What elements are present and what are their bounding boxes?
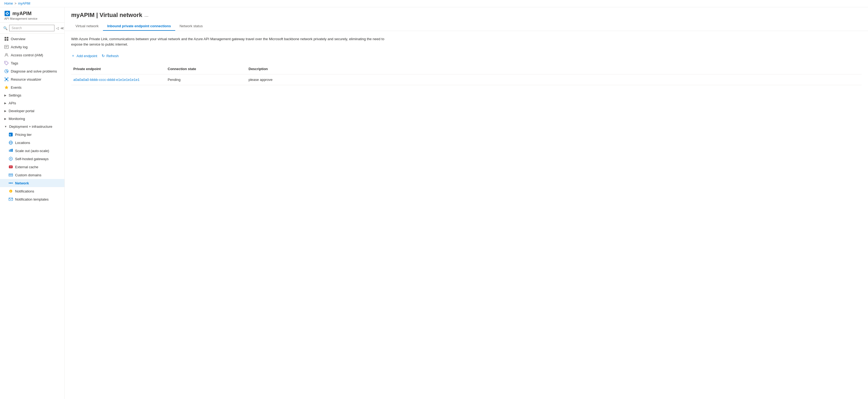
svg-point-41 [10, 183, 11, 184]
custom-domains-icon [9, 173, 13, 177]
svg-rect-32 [9, 150, 10, 152]
breadcrumb-home[interactable]: Home [4, 2, 13, 5]
access-control-icon [4, 53, 9, 57]
sidebar-item-custom-domains[interactable]: Custom domains [0, 171, 64, 179]
sidebar-item-locations[interactable]: Locations [0, 139, 64, 147]
search-icon: 🔍 [3, 26, 7, 30]
content-header: myAPIM | Virtual network ... Virtual net… [65, 7, 868, 31]
sidebar-item-notifications[interactable]: Notifications [0, 187, 64, 195]
apis-chevron-icon: ▶ [4, 102, 6, 104]
sidebar-item-network[interactable]: Network [0, 179, 64, 187]
svg-text:$: $ [9, 133, 11, 136]
endpoint-link[interactable]: a0a0a0a0-bbbb-cccc-dddd-e1e1e1e1e1e1 [73, 78, 140, 82]
sidebar-item-apis[interactable]: ▶ APIs [0, 99, 64, 107]
sidebar-item-diagnose[interactable]: Diagnose and solve problems [0, 67, 64, 75]
resource-visualizer-icon [4, 77, 9, 82]
tab-virtual-network[interactable]: Virtual network [71, 22, 103, 31]
sidebar-item-label: Developer portal [9, 109, 34, 113]
pricing-tier-icon: $ [9, 132, 13, 137]
svg-rect-10 [7, 39, 8, 41]
sidebar-item-label: Monitoring [9, 117, 25, 121]
svg-point-15 [5, 62, 6, 63]
sidebar-item-activity-log[interactable]: Activity log [0, 43, 64, 51]
cell-connection-state: Pending [165, 76, 246, 83]
service-name: myAPIM [12, 11, 32, 17]
sidebar-item-developer-portal[interactable]: ▶ Developer portal [0, 107, 64, 115]
sidebar-item-label: Network [15, 181, 29, 185]
sidebar-item-label: Overview [11, 37, 25, 41]
svg-line-22 [6, 79, 6, 79]
scale-out-icon [9, 149, 13, 153]
svg-rect-34 [11, 149, 13, 152]
collapse-button[interactable]: ◁ [56, 26, 59, 30]
sidebar-item-overview[interactable]: Overview [0, 35, 64, 43]
sidebar-item-label: Events [11, 86, 22, 90]
breadcrumb: Home > myAPIM [0, 0, 868, 7]
svg-line-23 [7, 79, 7, 79]
sidebar-item-events[interactable]: Events [0, 83, 64, 91]
sidebar-item-label: Self-hosted gateways [15, 157, 49, 161]
cell-description: please approve [246, 76, 862, 83]
svg-rect-33 [10, 149, 11, 152]
network-icon [9, 181, 13, 185]
header-connection-state: Connection state [165, 66, 246, 72]
sidebar-item-label: Tags [11, 61, 18, 65]
svg-point-19 [7, 78, 8, 79]
svg-point-20 [5, 80, 6, 81]
svg-rect-8 [7, 37, 8, 38]
sidebar-item-scale-out[interactable]: Scale out (auto-scale) [0, 147, 64, 155]
page-description: With Azure Private Link, communications … [71, 36, 395, 47]
sidebar: myAPIM API Management service 🔍 ◁ ≪ Over… [0, 7, 65, 399]
main-content: myAPIM | Virtual network ... Virtual net… [65, 7, 868, 399]
sidebar-item-monitoring[interactable]: ▶ Monitoring [0, 115, 64, 123]
page-title: myAPIM | Virtual network ... [71, 11, 862, 19]
sidebar-item-label: Custom domains [15, 173, 41, 177]
sidebar-item-tags[interactable]: Tags [0, 59, 64, 67]
sidebar-item-access-control[interactable]: Access control (IAM) [0, 51, 64, 59]
breadcrumb-current[interactable]: myAPIM [18, 2, 30, 5]
svg-rect-7 [5, 37, 6, 38]
sidebar-item-label: Settings [9, 93, 21, 97]
deployment-chevron-icon: ▼ [4, 125, 7, 128]
sidebar-item-pricing-tier[interactable]: $ Pricing tier [0, 130, 64, 139]
pin-button[interactable]: ≪ [60, 26, 64, 30]
sidebar-header: myAPIM API Management service [0, 7, 64, 23]
sidebar-item-label: Locations [15, 141, 30, 145]
svg-rect-37 [9, 166, 12, 167]
external-cache-icon [9, 165, 13, 169]
header-description: Description [246, 66, 862, 72]
sidebar-item-resource-visualizer[interactable]: Resource visualizer [0, 75, 64, 83]
refresh-icon: ↻ [102, 54, 105, 58]
content-body: With Azure Private Link, communications … [65, 31, 868, 91]
svg-rect-9 [5, 39, 6, 41]
refresh-button[interactable]: ↻ Refresh [102, 53, 119, 59]
svg-rect-11 [5, 45, 8, 49]
activity-log-icon [4, 45, 9, 49]
tab-network-status[interactable]: Network status [175, 22, 207, 31]
sidebar-item-label: APIs [9, 101, 16, 105]
add-endpoint-button[interactable]: ＋ Add endpoint [71, 52, 97, 59]
sidebar-item-notification-templates[interactable]: Notification templates [0, 195, 64, 203]
locations-icon [9, 141, 13, 145]
cell-endpoint: a0a0a0a0-bbbb-cccc-dddd-e1e1e1e1e1e1 [71, 76, 165, 83]
sidebar-item-external-cache[interactable]: External cache [0, 163, 64, 171]
svg-point-21 [7, 80, 8, 81]
search-container: 🔍 ◁ ≪ [0, 23, 64, 34]
tab-label: Inbound private endpoint connections [107, 24, 171, 28]
sidebar-item-self-hosted[interactable]: Self-hosted gateways [0, 155, 64, 163]
table-row: a0a0a0a0-bbbb-cccc-dddd-e1e1e1e1e1e1 Pen… [71, 74, 862, 85]
tab-inbound-private[interactable]: Inbound private endpoint connections [103, 22, 175, 31]
more-options-button[interactable]: ... [145, 12, 149, 18]
tab-label: Virtual network [75, 24, 99, 28]
svg-marker-26 [5, 86, 8, 89]
sidebar-item-label: External cache [15, 165, 38, 169]
page-title-text: myAPIM | Virtual network [71, 11, 142, 19]
notifications-icon [9, 189, 13, 193]
tab-label: Network status [180, 24, 203, 28]
search-input[interactable] [9, 25, 55, 31]
endpoints-table: Private endpoint Connection state Descri… [71, 64, 862, 85]
sidebar-item-deployment[interactable]: ▼ Deployment + infrastructure [0, 123, 64, 130]
sidebar-item-settings[interactable]: ▶ Settings [0, 91, 64, 99]
svg-point-14 [6, 53, 7, 55]
sidebar-item-label: Access control (IAM) [11, 53, 43, 57]
